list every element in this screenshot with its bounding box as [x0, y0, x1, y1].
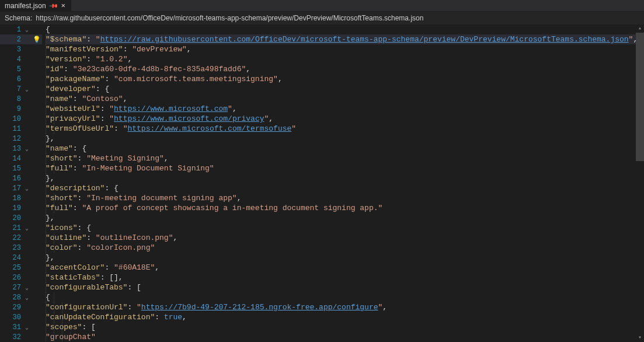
fold-icon[interactable]: ⌄ [23, 26, 30, 33]
website-link[interactable]: https://www.microsoft.com [114, 104, 228, 113]
vertical-scrollbar[interactable]: ▴ ▾ [636, 25, 644, 342]
pin-icon[interactable]: 📌 [48, 1, 58, 11]
schema-label: Schema: [5, 14, 32, 22]
fold-icon[interactable]: ⌄ [23, 145, 30, 152]
fold-icon[interactable]: ⌄ [23, 324, 30, 331]
scroll-down-arrow[interactable]: ▾ [636, 334, 644, 342]
scroll-up-arrow[interactable]: ▴ [636, 25, 644, 33]
schema-url[interactable]: https://raw.githubusercontent.com/Office… [36, 14, 423, 22]
tab-bar: manifest.json 📌 ✕ [0, 0, 644, 12]
code-area[interactable]: { "$schema": "https://raw.githubusercont… [42, 25, 644, 342]
close-icon[interactable]: ✕ [60, 1, 67, 10]
file-tab[interactable]: manifest.json 📌 ✕ [0, 0, 71, 12]
fold-icon[interactable]: ⌄ [23, 86, 30, 93]
fold-icon[interactable]: ⌄ [23, 294, 30, 301]
fold-icon[interactable]: ⌄ [23, 185, 30, 192]
schema-link[interactable]: https://raw.githubusercontent.com/Office… [100, 35, 629, 44]
schema-bar: Schema: https://raw.githubusercontent.co… [0, 12, 644, 25]
tab-filename: manifest.json [5, 2, 46, 10]
privacy-link[interactable]: https://www.microsoft.com/privacy [114, 114, 264, 123]
fold-icon[interactable]: ⌄ [23, 284, 30, 291]
code-editor[interactable]: 1⌄ 2💡 3 4 5 6 7⌄ 8 9 10 11 12 13⌄ 14 15 … [0, 25, 644, 342]
fold-icon[interactable]: ⌄ [23, 225, 30, 232]
config-url-link[interactable]: https://7b9d-49-207-212-185.ngrok-free.a… [141, 303, 378, 312]
scrollbar-thumb[interactable] [636, 33, 644, 161]
terms-link[interactable]: https://www.microsoft.com/termsofuse [127, 124, 291, 133]
gutter: 1⌄ 2💡 3 4 5 6 7⌄ 8 9 10 11 12 13⌄ 14 15 … [0, 25, 42, 342]
lightbulb-icon[interactable]: 💡 [33, 36, 41, 43]
